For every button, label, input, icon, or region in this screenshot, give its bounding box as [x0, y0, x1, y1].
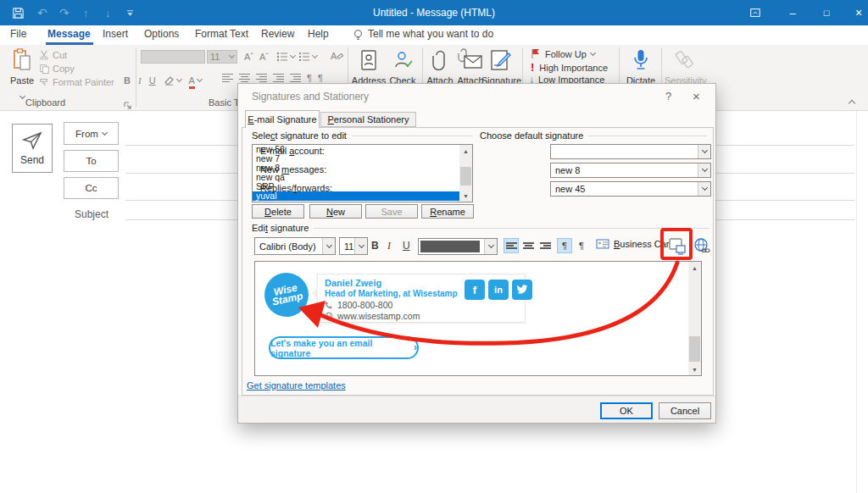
- bold-button[interactable]: B: [371, 240, 379, 252]
- sensitivity-icon: [674, 48, 694, 72]
- italic-icon[interactable]: I: [138, 75, 142, 86]
- tab-review[interactable]: Review: [261, 28, 294, 45]
- underline-icon[interactable]: U: [149, 75, 156, 86]
- scroll-up-icon[interactable]: ▲: [688, 262, 701, 274]
- follow-up-button[interactable]: Follow Up: [531, 48, 595, 59]
- business-card-button[interactable]: Business Card: [596, 239, 675, 249]
- copy-button[interactable]: Copy: [39, 64, 75, 74]
- decrease-indent-icon[interactable]: [273, 72, 284, 84]
- tab-options[interactable]: Options: [144, 28, 179, 45]
- cancel-button[interactable]: Cancel: [659, 402, 711, 419]
- minimize-button[interactable]: –: [776, 0, 809, 25]
- address-book-button[interactable]: Address: [351, 48, 387, 86]
- insert-hyperlink-button[interactable]: [693, 237, 711, 258]
- sensitivity-button[interactable]: Sensitivity: [665, 48, 704, 86]
- combo-arrow-icon[interactable]: [698, 145, 710, 158]
- align-left-icon[interactable]: [222, 72, 233, 84]
- combo-arrow-icon[interactable]: [322, 238, 335, 254]
- clipboard-dialog-launcher-icon[interactable]: [124, 98, 132, 114]
- high-importance-button[interactable]: ! High Importance: [531, 61, 608, 74]
- font-color-icon[interactable]: A: [189, 72, 202, 89]
- signature-size-combo[interactable]: 11: [339, 237, 368, 255]
- tab-format-text[interactable]: Format Text: [195, 28, 248, 45]
- tell-me-box[interactable]: Tell me what you want to do: [368, 28, 493, 45]
- shrink-font-icon[interactable]: Aˇ: [259, 52, 269, 62]
- align-right-icon[interactable]: [256, 72, 267, 84]
- ribbon-display-options-icon[interactable]: [739, 0, 771, 25]
- tab-insert[interactable]: Insert: [103, 28, 128, 45]
- paste-dropdown-icon[interactable]: [19, 93, 25, 99]
- twitter-icon[interactable]: [512, 280, 532, 300]
- underline-button[interactable]: U: [403, 240, 410, 252]
- increase-indent-icon[interactable]: [290, 72, 301, 84]
- scroll-down-icon[interactable]: ▼: [459, 190, 472, 202]
- scrollbar-thumb[interactable]: [460, 167, 471, 186]
- ltr-paragraph-icon[interactable]: ¶: [307, 73, 312, 83]
- format-painter-button[interactable]: Format Painter: [39, 77, 114, 87]
- dictate-button[interactable]: Dictate: [624, 48, 658, 86]
- align-center-icon[interactable]: [239, 72, 250, 84]
- signature-font-combo[interactable]: Calibri (Body): [254, 237, 336, 255]
- maximize-button[interactable]: □: [810, 0, 843, 25]
- tab-help[interactable]: Help: [308, 28, 329, 45]
- combo-arrow-icon[interactable]: [354, 238, 367, 254]
- new-messages-combo[interactable]: new 8: [550, 163, 711, 178]
- align-center-button[interactable]: [520, 238, 536, 253]
- signature-edit-area[interactable]: Wise Stamp Daniel Zweig Head of Marketin…: [254, 261, 702, 376]
- to-button[interactable]: To: [64, 150, 119, 172]
- align-right-button[interactable]: [537, 238, 553, 253]
- highlight-color-icon[interactable]: [164, 75, 181, 86]
- scrollbar-thumb[interactable]: [689, 336, 700, 362]
- tab-file[interactable]: File: [10, 28, 26, 45]
- delete-button[interactable]: Delete: [252, 204, 304, 219]
- from-button[interactable]: From: [64, 122, 119, 145]
- new-button[interactable]: New: [309, 204, 362, 219]
- bold-icon[interactable]: B: [124, 75, 131, 86]
- insert-picture-button[interactable]: [667, 236, 687, 258]
- replies-forwards-combo[interactable]: new 45: [550, 181, 711, 197]
- rtl-direction-button[interactable]: ¶: [574, 238, 589, 253]
- dialog-close-button[interactable]: ×: [693, 89, 700, 103]
- signature-button[interactable]: Signature: [481, 48, 519, 86]
- tab-personal-stationery[interactable]: Personal Stationery: [320, 112, 416, 127]
- clear-formatting-icon[interactable]: A: [331, 51, 343, 61]
- combo-arrow-icon[interactable]: [698, 182, 710, 196]
- list-scrollbar[interactable]: ▲ ▼: [459, 145, 472, 202]
- edit-area-scrollbar[interactable]: ▲ ▼: [688, 262, 701, 375]
- font-name-combo[interactable]: [141, 50, 205, 64]
- font-color-combo[interactable]: [418, 238, 498, 255]
- italic-button[interactable]: I: [387, 240, 391, 252]
- rename-button[interactable]: Rename: [421, 204, 474, 219]
- combo-arrow-icon[interactable]: [698, 163, 710, 177]
- ok-button[interactable]: OK: [600, 402, 653, 419]
- cut-button[interactable]: Cut: [39, 50, 67, 60]
- rtl-paragraph-icon[interactable]: ¶: [318, 73, 323, 83]
- signatures-dialog: Signatures and Stationery ? × E-mail Sig…: [237, 83, 716, 424]
- cc-button[interactable]: Cc: [64, 177, 119, 199]
- font-size-combo[interactable]: 11: [207, 50, 237, 64]
- scroll-down-icon[interactable]: ▼: [688, 363, 701, 375]
- linkedin-icon[interactable]: in: [488, 280, 509, 300]
- align-left-button[interactable]: [504, 238, 519, 253]
- scroll-up-icon[interactable]: ▲: [459, 145, 472, 157]
- grow-font-icon[interactable]: Aˆ: [244, 52, 253, 62]
- combo-arrow-icon[interactable]: [484, 239, 497, 254]
- bullets-icon[interactable]: [276, 52, 295, 62]
- attach-file-button[interactable]: Attach: [426, 48, 454, 86]
- tab-email-signature[interactable]: E-mail Signature: [245, 110, 320, 128]
- send-button[interactable]: Send: [12, 124, 53, 173]
- email-account-combo[interactable]: [550, 144, 711, 159]
- facebook-icon[interactable]: f: [465, 280, 485, 300]
- close-button[interactable]: ×: [843, 0, 868, 25]
- collapse-ribbon-icon[interactable]: [849, 100, 855, 107]
- numbering-icon[interactable]: [298, 52, 317, 62]
- get-signature-templates-link[interactable]: Get signature templates: [247, 380, 346, 391]
- signature-card: Daniel Zweig Head of Marketing, at Wises…: [317, 274, 526, 323]
- save-button[interactable]: Save: [365, 204, 418, 219]
- make-signature-cta-button[interactable]: Let's make you an email signature ›: [269, 336, 419, 359]
- ltr-direction-button[interactable]: ¶: [557, 238, 572, 253]
- attach-item-icon: [458, 48, 483, 72]
- dialog-help-button[interactable]: ?: [665, 90, 671, 102]
- check-names-button[interactable]: Check: [387, 48, 419, 86]
- paste-button[interactable]: Paste: [7, 48, 37, 102]
